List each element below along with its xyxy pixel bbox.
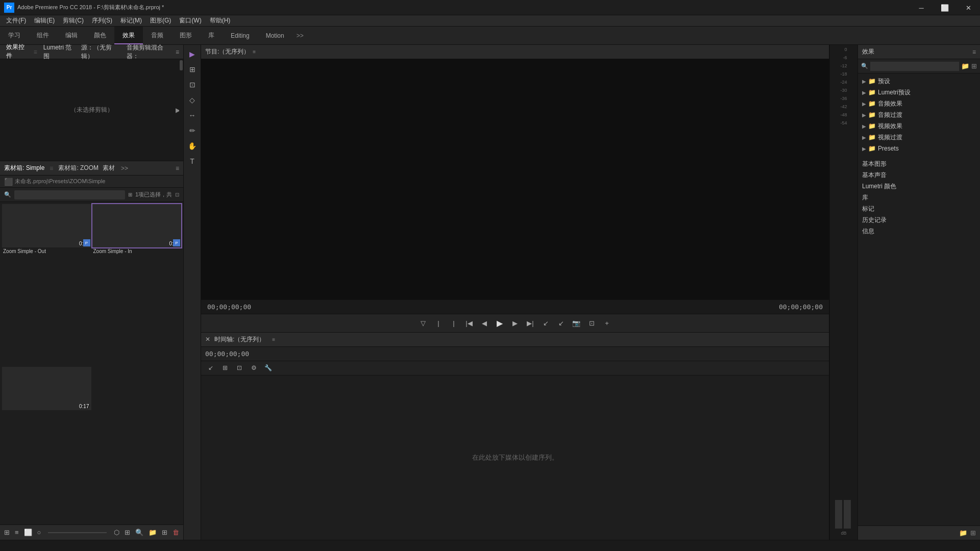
tl-btn-wrench[interactable]: 🔧 (262, 362, 274, 373)
tab-graphics[interactable]: 图形 (172, 27, 200, 44)
btn-step-forward[interactable]: ▶ (509, 317, 521, 329)
icon-icon-view[interactable]: ⊞ (4, 529, 10, 536)
menu-sequence[interactable]: 序列(S) (88, 15, 116, 26)
effects-search-input[interactable] (870, 62, 959, 71)
tl-btn-snap[interactable]: ↙ (205, 362, 216, 373)
effects-item-presets-folder[interactable]: ▶ 📁 Presets (858, 143, 980, 154)
effects-new-folder-icon[interactable]: 📁 (961, 62, 969, 70)
tab-bin-simple[interactable]: 素材箱: Simple (4, 164, 44, 172)
icon-list-view[interactable]: ≡ (15, 529, 19, 536)
bin-search-input[interactable] (16, 192, 123, 198)
section-lumetri-color[interactable]: Lumetri 颜色 (858, 181, 980, 192)
tab-audio-clip-mixer[interactable]: 音频剪辑混合器： (125, 42, 172, 62)
btn-go-to-out[interactable]: ▶| (524, 317, 536, 329)
section-history[interactable]: 历史记录 (858, 214, 980, 226)
section-basic-graphics[interactable]: 基本图形 (858, 158, 980, 169)
clip-item-zoom-in[interactable]: 0:17 P Zoom Simple - In Zoom Simple - In… (92, 204, 182, 366)
menu-file[interactable]: 文件(F) (2, 15, 30, 26)
effects-item-video-transitions[interactable]: ▶ 📁 视频过渡 (858, 132, 980, 143)
tool-hand[interactable]: ✋ (185, 139, 200, 153)
btn-clip-mark[interactable]: | (448, 317, 460, 329)
tab-lumetri-scope[interactable]: Lumetri 范围 (41, 42, 76, 62)
tab-library[interactable]: 库 (200, 27, 223, 44)
clip-item-zoom-out[interactable]: 0:17 P Zoom Simple - Out (2, 204, 91, 366)
tool-razor[interactable]: ◇ (185, 93, 200, 107)
bin-search-bar: 🔍 ⊞ 1项已选择，共 ⊡ (0, 188, 183, 202)
tab-bin-zoom[interactable]: 素材箱: ZOOM (58, 164, 99, 172)
tool-slip[interactable]: ↔ (185, 108, 200, 122)
minimize-button[interactable]: ─ (910, 0, 933, 15)
menu-edit[interactable]: 编辑(E) (30, 15, 59, 26)
btn-go-to-in[interactable]: |◀ (463, 317, 475, 329)
right-panel: 效果 ≡ 🔍 📁 ⊞ ▶ 📁 预设 ▶ 📁 Lumetri预设 ▶ 📁 (857, 45, 980, 540)
btn-insert[interactable]: ↙ (540, 317, 552, 329)
btn-mark-in[interactable]: ▽ (417, 317, 429, 329)
menu-window[interactable]: 窗口(W) (175, 15, 205, 26)
arrow-presets-folder: ▶ (862, 146, 866, 152)
menu-help[interactable]: 帮助(H) (206, 15, 235, 26)
bin-icon-btn[interactable]: ⊞ (128, 192, 132, 197)
btn-play[interactable]: ▶ (494, 317, 506, 329)
tl-btn-linked[interactable]: ⊞ (219, 362, 231, 373)
tool-type[interactable]: T (185, 154, 200, 168)
effects-panel-menu[interactable]: ≡ (972, 48, 976, 56)
section-basic-sound[interactable]: 基本声音 (858, 169, 980, 181)
effects-new-icon[interactable]: ⊞ (971, 62, 977, 70)
tool-track-select[interactable]: ⊞ (185, 62, 200, 77)
tab-editing-workspace[interactable]: Editing (223, 27, 258, 44)
arrow-lumetri-presets: ▶ (862, 90, 866, 95)
menu-clip[interactable]: 剪辑(C) (59, 15, 88, 26)
icon-zoom-slider[interactable]: ○ (37, 529, 41, 536)
section-library[interactable]: 库 (858, 192, 980, 203)
icon-delete[interactable]: 🗑 (173, 529, 179, 536)
section-info[interactable]: 信息 (858, 226, 980, 237)
menu-marker[interactable]: 标记(M) (116, 15, 146, 26)
effects-label-audio-transitions: 音频过渡 (878, 111, 902, 119)
effects-item-audio-transitions[interactable]: ▶ 📁 音频过渡 (858, 109, 980, 120)
icon-freeform-view[interactable]: ⬜ (24, 529, 32, 536)
scrollbar-thumb[interactable] (180, 60, 183, 70)
panel-menu-icon[interactable]: ≡ (176, 48, 179, 56)
tool-select[interactable]: ▶ (185, 47, 200, 61)
tab-motion[interactable]: Motion (258, 27, 292, 44)
btn-overwrite[interactable]: ↙ (555, 317, 567, 329)
btn-add-marker[interactable]: + (601, 317, 613, 329)
btn-compare[interactable]: ⊡ (585, 317, 598, 329)
icon-autoscale[interactable]: ⬡ (114, 529, 119, 536)
more-tabs-button[interactable]: >> (292, 32, 308, 39)
program-monitor-menu[interactable]: ≡ (253, 49, 256, 55)
icon-folder[interactable]: 📁 (149, 529, 157, 536)
folder-icon-presets: 📁 (868, 78, 876, 85)
timeline-close-btn[interactable]: ✕ (205, 336, 210, 343)
effects-controls-header: 效果控件 ≡ Lumetri 范围 源：（无剪辑） 音频剪辑混合器： ≡ (0, 45, 183, 59)
arrow-audio-transitions: ▶ (862, 112, 866, 118)
close-button[interactable]: ✕ (957, 0, 980, 15)
btn-export-frame[interactable]: 📷 (570, 317, 582, 329)
btn-step-back[interactable]: ◀ (478, 317, 491, 329)
effects-item-presets[interactable]: ▶ 📁 预设 (858, 76, 980, 87)
section-markers[interactable]: 标记 (858, 203, 980, 214)
tool-pen[interactable]: ✏ (185, 123, 200, 138)
meter-bar-right (844, 500, 851, 529)
effects-item-audio-effects[interactable]: ▶ 📁 音频效果 (858, 98, 980, 109)
btn-mark-out[interactable]: | (432, 317, 445, 329)
bin-menu-icon[interactable]: ≡ (176, 165, 179, 172)
effects-footer-folder-btn[interactable]: 📁 (959, 529, 967, 537)
tl-btn-settings[interactable]: ⚙ (248, 362, 259, 373)
effects-item-video-effects[interactable]: ▶ 📁 视频效果 (858, 120, 980, 132)
menu-graphic[interactable]: 图形(G) (146, 15, 175, 26)
icon-sort[interactable]: ⊞ (125, 529, 130, 536)
tool-ripple-edit[interactable]: ⊡ (185, 78, 200, 92)
icon-search[interactable]: 🔍 (135, 529, 143, 536)
effects-item-lumetri-presets[interactable]: ▶ 📁 Lumetri预设 (858, 87, 980, 98)
maximize-button[interactable]: ⬜ (933, 0, 957, 15)
tab-bin-media[interactable]: 素材 (103, 164, 115, 172)
more-bins-button[interactable]: >> (121, 165, 128, 172)
effects-footer-new-btn[interactable]: ⊞ (970, 529, 976, 537)
zoom-slider-track[interactable] (48, 532, 107, 533)
tab-source-monitor[interactable]: 源：（无剪辑） (79, 42, 120, 62)
clip-item-city[interactable]: 0:17 (2, 367, 91, 523)
timeline-menu-icon[interactable]: ≡ (272, 337, 275, 342)
icon-new-item[interactable]: ⊞ (162, 529, 167, 536)
tl-btn-markers[interactable]: ⊡ (234, 362, 245, 373)
